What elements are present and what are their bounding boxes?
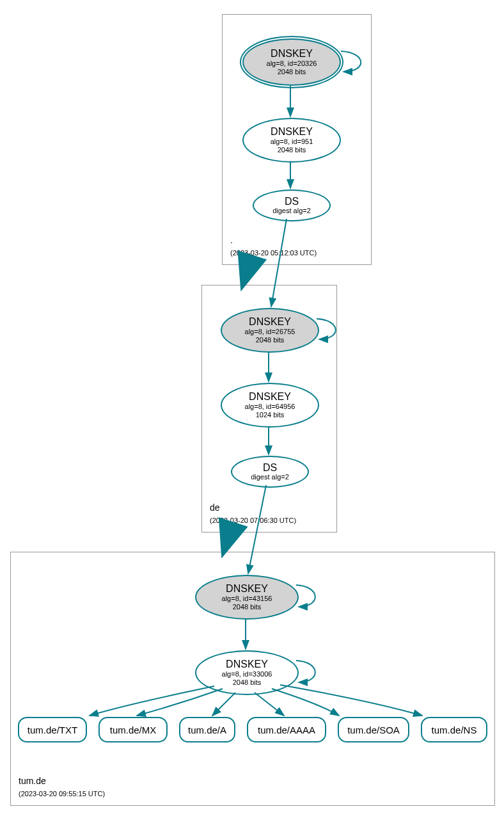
rr-a: tum.de/A <box>179 717 235 742</box>
rr-soa: tum.de/SOA <box>338 717 409 742</box>
node-title: DS <box>232 462 308 474</box>
node-sub1: digest alg=2 <box>232 473 308 481</box>
node-sub2: 2048 bits <box>196 603 297 611</box>
rr-txt: tum.de/TXT <box>18 717 87 742</box>
node-sub2: 2048 bits <box>244 68 340 76</box>
node-sub1: alg=8, id=20326 <box>244 60 340 68</box>
node-sub2: 2048 bits <box>222 336 318 344</box>
node-title: DNSKEY <box>244 126 340 138</box>
node-sub1: alg=8, id=951 <box>244 138 340 146</box>
rr-aaaa: tum.de/AAAA <box>247 717 326 742</box>
node-title: DNSKEY <box>196 583 297 595</box>
de-ds: DS digest alg=2 <box>231 456 309 488</box>
zone-tum-name: tum.de <box>19 776 46 786</box>
zone-root-name: . <box>230 235 233 245</box>
node-sub2: 2048 bits <box>244 146 340 154</box>
node-sub1: digest alg=2 <box>254 207 329 215</box>
zone-tum-ts: (2023-03-20 09:55:15 UTC) <box>19 790 105 798</box>
root-ds: DS digest alg=2 <box>253 189 331 221</box>
root-dnskey-ksk: DNSKEY alg=8, id=20326 2048 bits <box>242 38 341 86</box>
node-title: DNSKEY <box>222 391 318 403</box>
tum-dnskey-ksk: DNSKEY alg=8, id=43156 2048 bits <box>195 575 299 620</box>
root-dnskey-zsk: DNSKEY alg=8, id=951 2048 bits <box>242 118 341 163</box>
node-sub1: alg=8, id=26755 <box>222 328 318 336</box>
node-title: DNSKEY <box>222 316 318 328</box>
zone-root-ts: (2023-03-20 05:12:03 UTC) <box>230 249 317 257</box>
zone-de-ts: (2023-03-20 07:06:30 UTC) <box>210 517 296 524</box>
node-sub1: alg=8, id=64956 <box>222 403 318 411</box>
node-title: DNSKEY <box>244 48 340 60</box>
node-sub1: alg=8, id=43156 <box>196 595 297 603</box>
rr-ns: tum.de/NS <box>421 717 487 742</box>
de-dnskey-ksk: DNSKEY alg=8, id=26755 2048 bits <box>221 308 319 353</box>
rr-mx: tum.de/MX <box>98 717 168 742</box>
de-dnskey-zsk: DNSKEY alg=8, id=64956 1024 bits <box>221 383 319 428</box>
node-sub2: 2048 bits <box>196 678 297 687</box>
node-sub1: alg=8, id=33006 <box>196 670 297 678</box>
node-title: DS <box>254 196 329 207</box>
tum-dnskey-zsk: DNSKEY alg=8, id=33006 2048 bits <box>195 650 299 695</box>
zone-de-name: de <box>210 502 220 513</box>
node-sub2: 1024 bits <box>222 411 318 419</box>
node-title: DNSKEY <box>196 659 297 670</box>
